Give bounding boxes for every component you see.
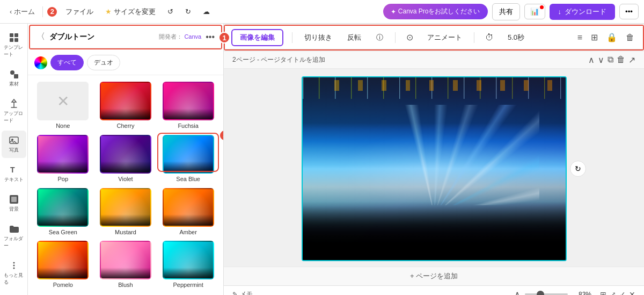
sidebar-item-more[interactable]: もっと見る <box>2 256 26 290</box>
undo-button[interactable]: ↺ <box>163 5 178 18</box>
duotone-pomelo[interactable]: Pomelo <box>34 241 92 289</box>
add-page-button[interactable]: + ページを追加 <box>410 271 458 281</box>
info-button[interactable]: ⓘ <box>373 31 386 45</box>
canvas-bottom: + ページを追加 <box>224 267 644 285</box>
elements-label: 素材 <box>9 81 19 88</box>
animate-icon: ⊙ <box>404 30 415 45</box>
grid-icon[interactable]: ⊞ <box>589 30 600 45</box>
ellipsis-icon: ••• <box>625 8 633 16</box>
check-button[interactable]: ✓ <box>619 290 626 296</box>
redo-button[interactable]: ↻ <box>181 5 195 18</box>
duotone-thumb-blush <box>100 241 151 279</box>
page-frame-outer: ↻ <box>302 76 567 261</box>
close-button[interactable]: ✕ <box>629 290 635 296</box>
redo-icon: ↻ <box>185 8 191 16</box>
share-label: 共有 <box>499 8 513 16</box>
chevron-up-icon[interactable]: ∧ <box>514 289 521 295</box>
duotone-label-amber: Amber <box>179 229 196 235</box>
refresh-button[interactable]: ↻ <box>570 161 586 177</box>
panel-back-button[interactable]: 〈 <box>36 31 45 42</box>
duotone-fuchsia[interactable]: Fuchsia <box>159 82 217 129</box>
sync-button[interactable]: ☁ <box>199 5 214 18</box>
flip-button[interactable]: 反転 <box>344 31 364 45</box>
step1-badge: 1 <box>218 32 230 44</box>
lock-icon[interactable]: 🔒 <box>604 30 619 45</box>
trash-icon[interactable]: 🗑 <box>624 31 636 45</box>
duotone-seablue[interactable]: 3 Sea Blue <box>159 135 217 183</box>
duotone-amber[interactable]: Amber <box>159 188 217 236</box>
filter-duo-tab[interactable]: デュオ <box>87 55 120 70</box>
canvas-wrapper: 1 画像を編集 切り抜き 反転 ⓘ ⊙ アニメート ⏱ 5.0秒 ≡ ⊞ 🔒 <box>224 24 644 295</box>
toolbar-separator3 <box>474 32 474 43</box>
duotone-thumb-seablue <box>163 135 214 174</box>
delete-page-button[interactable]: 🗑 <box>617 55 625 65</box>
canvas-top-bar: 2ページ - ページタイトルを追加 ∧ ∨ ⧉ 🗑 ↗ <box>224 52 644 69</box>
sidebar-item-text[interactable]: T テキスト <box>2 160 26 188</box>
toolbar-separator2 <box>395 32 396 43</box>
duotone-grid: ✕ None Cherry Fuchsia <box>28 75 223 295</box>
duotone-label-pop: Pop <box>58 176 69 182</box>
panel-more-button[interactable]: ••• <box>206 32 215 42</box>
sidebar-item-template[interactable]: テンプレート <box>2 28 26 62</box>
canvas-area: 2ページ - ページタイトルを追加 ∧ ∨ ⧉ 🗑 ↗ <box>224 52 644 295</box>
duotone-thumb-mustard <box>100 188 151 227</box>
animate-button[interactable]: アニメート <box>424 31 465 45</box>
duration-button[interactable]: 5.0秒 <box>504 31 528 45</box>
none-icon: ✕ <box>57 92 69 110</box>
duotone-label-blush: Blush <box>118 282 133 288</box>
photos-label: 写真 <box>9 147 19 154</box>
duotone-mustard[interactable]: Mustard <box>97 188 155 236</box>
grid-view-button[interactable]: ⊞ <box>600 290 606 296</box>
duotone-seagreen[interactable]: Sea Green <box>34 188 92 236</box>
duotone-pop[interactable]: Pop <box>34 135 92 183</box>
bar-chart-icon: 📊 <box>530 8 539 16</box>
memo-button[interactable]: ✎ メモ <box>232 290 253 295</box>
export-page-button[interactable]: ↗ <box>628 55 635 65</box>
color-picker[interactable] <box>34 56 47 69</box>
sidebar-item-bg[interactable]: 背景 <box>2 190 26 217</box>
duotone-thumb-seagreen <box>37 188 89 227</box>
duotone-label-pomelo: Pomelo <box>53 282 73 288</box>
collapse-up-button[interactable]: ∧ <box>588 55 595 65</box>
duotone-violet[interactable]: Violet <box>97 135 155 183</box>
duotone-thumb-pop <box>37 135 89 174</box>
file-menu[interactable]: ファイル <box>61 5 98 19</box>
sidebar-item-upload[interactable]: アップロード <box>2 94 26 128</box>
svg-rect-6 <box>10 137 18 143</box>
share-button[interactable]: 共有 <box>492 3 520 20</box>
panel-developer: 開発者： Canva <box>159 33 201 41</box>
home-button[interactable]: ‹ ホーム <box>5 5 39 19</box>
text-label: テキスト <box>4 176 24 183</box>
analytics-button[interactable]: 📊 <box>524 4 545 19</box>
collapse-down-button[interactable]: ∨ <box>598 55 604 65</box>
sidebar-item-folder[interactable]: フォルダー <box>2 219 26 254</box>
step3-badge: 3 <box>219 129 223 141</box>
duotone-blush[interactable]: Blush <box>97 241 155 289</box>
crop-button[interactable]: 切り抜き <box>301 31 335 45</box>
undo-icon: ↺ <box>167 8 173 16</box>
top-bar-left: ‹ ホーム 2 ファイル ★ サイズを変更 ↺ ↻ ☁ <box>5 5 214 19</box>
resize-button[interactable]: ★ サイズを変更 <box>101 5 160 19</box>
edit-image-button[interactable]: 画像を編集 <box>231 29 283 46</box>
duotone-peppermint[interactable]: Peppermint <box>159 241 217 289</box>
folder-icon <box>9 224 19 234</box>
duotone-none[interactable]: ✕ None <box>34 82 92 129</box>
developer-link[interactable]: Canva <box>184 33 201 40</box>
filter-icon[interactable]: ≡ <box>575 31 584 45</box>
download-button[interactable]: ↓ ダウンロード <box>550 4 616 20</box>
svg-rect-3 <box>14 38 18 42</box>
sidebar-item-elements[interactable]: 素材 <box>2 64 26 92</box>
canva-pro-button[interactable]: ✦ Canva Proをお試しください <box>383 4 488 19</box>
sidebar-item-photos[interactable]: 写真 <box>2 131 26 158</box>
filter-all-tab[interactable]: すべて <box>50 55 84 70</box>
duplicate-page-button[interactable]: ⧉ <box>608 55 613 65</box>
svg-rect-1 <box>14 33 18 37</box>
bottom-bar: ✎ メモ ∧ 83% ⊞ ⤢ ✓ ✕ <box>224 285 644 295</box>
fullscreen-button[interactable]: ⤢ <box>610 290 616 296</box>
svg-point-7 <box>11 139 13 141</box>
left-panel: 〈 ダブルトーン 開発者： Canva ••• すべて デュオ ✕ None <box>28 24 224 295</box>
duotone-thumb-fuchsia <box>163 82 214 120</box>
more-options-button[interactable]: ••• <box>619 4 639 19</box>
duotone-cherry[interactable]: Cherry <box>97 82 155 129</box>
canvas-frame[interactable] <box>302 76 567 261</box>
